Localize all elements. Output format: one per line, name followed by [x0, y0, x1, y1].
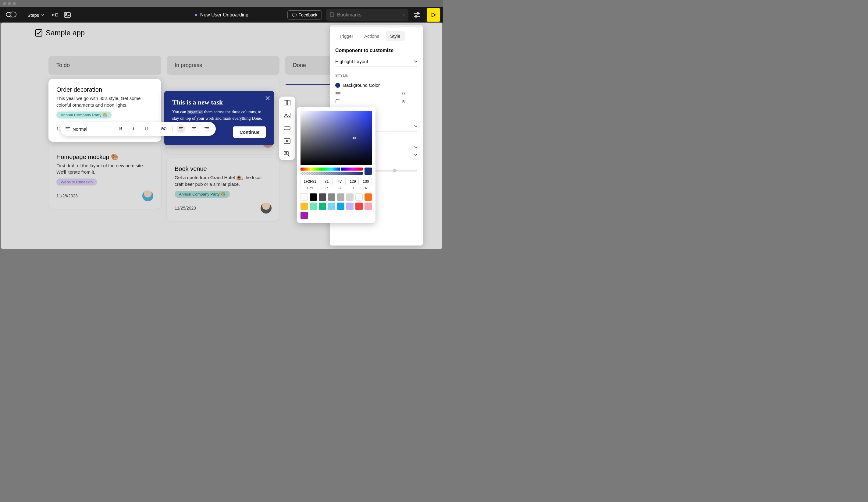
task-card[interactable]: Homepage mockup 🎨 First draft of the lay… [49, 146, 161, 209]
status-dot [195, 14, 197, 16]
alpha-slider[interactable] [300, 172, 363, 175]
svg-point-17 [285, 114, 287, 115]
form-element-icon[interactable] [283, 151, 291, 157]
layout-icon[interactable] [283, 100, 291, 106]
svg-rect-18 [284, 127, 290, 130]
italic-button[interactable]: I [129, 124, 138, 134]
svg-point-8 [65, 13, 67, 14]
card-date: 11/28/2023 [56, 194, 78, 198]
border-width-row [335, 90, 417, 97]
swatch[interactable] [328, 194, 335, 201]
swatch[interactable] [337, 202, 344, 210]
paragraph-style-label: Normal [73, 126, 87, 132]
card-date: 11/25/2023 [175, 206, 196, 210]
swatch[interactable] [310, 194, 317, 201]
bold-button[interactable]: B [116, 124, 125, 134]
bg-color-row[interactable]: Background Color [335, 81, 417, 90]
swatch[interactable] [328, 202, 335, 210]
align-right-button[interactable] [203, 124, 211, 134]
align-left-icon [179, 127, 184, 131]
swatch[interactable] [364, 202, 372, 210]
border-radius-input[interactable] [402, 99, 417, 104]
task-card[interactable]: Book venue Get a quote from Grand Hotel … [167, 158, 279, 221]
text-lines-icon [65, 127, 70, 131]
play-icon [431, 12, 436, 18]
hex-input[interactable] [300, 178, 319, 185]
swatch[interactable] [346, 194, 353, 201]
image-element-icon[interactable] [283, 112, 291, 118]
swatch[interactable] [319, 202, 326, 210]
swatch[interactable] [300, 202, 308, 210]
underline-button[interactable]: U [142, 124, 151, 134]
svg-rect-14 [284, 100, 287, 105]
color-swatch[interactable] [335, 83, 340, 88]
tab-style[interactable]: Style [386, 31, 404, 41]
hue-cursor[interactable] [340, 167, 341, 171]
assignee-avatar[interactable] [142, 190, 153, 201]
align-right-icon [204, 127, 209, 131]
coach-body: You can organize them across the three c… [172, 109, 266, 122]
svg-rect-15 [287, 100, 290, 105]
text-format-toolbar: Normal B I U [60, 122, 216, 136]
card-title: Book venue [175, 165, 271, 172]
card-title: Order decoration [56, 86, 153, 93]
window-titlebar [0, 0, 443, 7]
traffic-light-close[interactable] [3, 2, 6, 5]
button-element-icon[interactable] [283, 125, 291, 131]
b-input[interactable] [347, 178, 359, 185]
chevron-down-icon [41, 14, 44, 16]
g-label: G [334, 186, 345, 190]
swatch[interactable] [337, 194, 344, 201]
flow-icon[interactable] [51, 11, 59, 19]
assignee-avatar[interactable] [261, 202, 271, 213]
play-button[interactable] [427, 8, 440, 22]
hue-slider[interactable] [300, 168, 363, 170]
swatch[interactable] [300, 212, 308, 219]
r-input[interactable] [321, 178, 332, 185]
swatch[interactable] [355, 202, 363, 210]
saturation-cursor[interactable] [353, 137, 356, 139]
video-element-icon[interactable] [283, 138, 291, 144]
traffic-light-min[interactable] [8, 2, 11, 5]
align-left-button[interactable] [177, 124, 185, 134]
g-input[interactable] [334, 178, 345, 185]
bg-color-label: Background Color [343, 83, 380, 88]
card-body: This year we go with 80's style. Get som… [56, 95, 153, 108]
link-button[interactable] [159, 124, 168, 134]
swatch[interactable] [355, 194, 363, 201]
swatch[interactable] [346, 202, 353, 210]
card-tag[interactable]: Annual Company Party 🎊 [175, 191, 230, 198]
chevron-down-icon [414, 154, 417, 156]
chevron-down-icon [402, 14, 405, 16]
card-tag[interactable]: Website Redesign [56, 178, 97, 186]
svg-point-21 [286, 152, 287, 154]
swatch[interactable] [300, 194, 308, 201]
panel-drag-handle[interactable] [330, 25, 423, 28]
tab-actions[interactable]: Actions [360, 31, 383, 41]
bookmarks-select[interactable]: Bookmarks [326, 9, 409, 21]
align-center-button[interactable] [189, 124, 198, 134]
border-width-input[interactable] [402, 91, 417, 96]
component-dropdown[interactable]: Highlight Layout [335, 56, 417, 67]
continue-button[interactable]: Continue [233, 126, 266, 138]
image-icon[interactable] [63, 11, 71, 19]
saturation-field[interactable] [300, 111, 372, 165]
bookmark-icon [330, 12, 334, 18]
svg-rect-7 [64, 12, 70, 17]
a-input[interactable] [360, 178, 372, 185]
card-tag[interactable]: Annual Company Party 🎊 [56, 112, 112, 118]
swatch[interactable] [310, 202, 317, 210]
settings-button[interactable] [413, 11, 421, 19]
swatch[interactable] [319, 194, 326, 201]
steps-dropdown[interactable]: Steps [24, 11, 47, 20]
tab-trigger[interactable]: Trigger [335, 31, 358, 41]
color-preview [364, 168, 372, 175]
close-button[interactable] [266, 95, 270, 102]
paragraph-style-dropdown[interactable]: Normal [65, 126, 108, 132]
border-radius-row [335, 97, 417, 106]
swatch[interactable] [364, 194, 372, 201]
feedback-button[interactable]: Feedback [287, 10, 322, 20]
coach-title: This is a new task [172, 98, 266, 106]
traffic-light-max[interactable] [13, 2, 16, 5]
svg-point-1 [10, 12, 16, 17]
